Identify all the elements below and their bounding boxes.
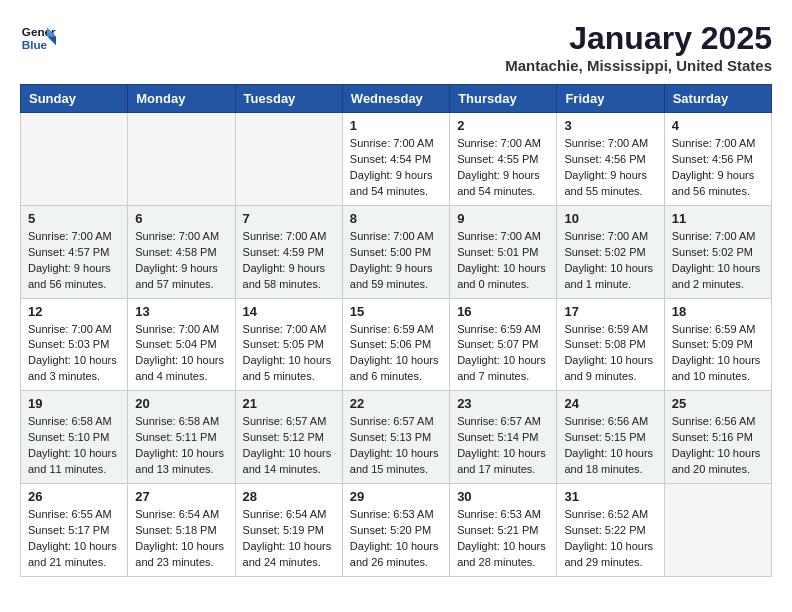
day-number: 10 (564, 211, 656, 226)
empty-cell (128, 113, 235, 206)
day-info: Sunrise: 6:56 AMSunset: 5:16 PMDaylight:… (672, 414, 764, 478)
day-number: 31 (564, 489, 656, 504)
day-cell-14: 14Sunrise: 7:00 AMSunset: 5:05 PMDayligh… (235, 298, 342, 391)
day-number: 11 (672, 211, 764, 226)
day-number: 20 (135, 396, 227, 411)
weekday-header-sunday: Sunday (21, 85, 128, 113)
day-info: Sunrise: 7:00 AMSunset: 4:59 PMDaylight:… (243, 229, 335, 293)
day-number: 7 (243, 211, 335, 226)
day-info: Sunrise: 7:00 AMSunset: 5:00 PMDaylight:… (350, 229, 442, 293)
day-info: Sunrise: 7:00 AMSunset: 4:58 PMDaylight:… (135, 229, 227, 293)
day-number: 24 (564, 396, 656, 411)
day-cell-31: 31Sunrise: 6:52 AMSunset: 5:22 PMDayligh… (557, 484, 664, 577)
day-number: 9 (457, 211, 549, 226)
day-info: Sunrise: 6:52 AMSunset: 5:22 PMDaylight:… (564, 507, 656, 571)
day-cell-17: 17Sunrise: 6:59 AMSunset: 5:08 PMDayligh… (557, 298, 664, 391)
weekday-header-wednesday: Wednesday (342, 85, 449, 113)
day-number: 16 (457, 304, 549, 319)
calendar-table: SundayMondayTuesdayWednesdayThursdayFrid… (20, 84, 772, 577)
page-header: General Blue January 2025 Mantachie, Mis… (20, 20, 772, 74)
day-number: 6 (135, 211, 227, 226)
day-cell-4: 4Sunrise: 7:00 AMSunset: 4:56 PMDaylight… (664, 113, 771, 206)
week-row-1: 1Sunrise: 7:00 AMSunset: 4:54 PMDaylight… (21, 113, 772, 206)
day-cell-7: 7Sunrise: 7:00 AMSunset: 4:59 PMDaylight… (235, 205, 342, 298)
day-info: Sunrise: 6:53 AMSunset: 5:21 PMDaylight:… (457, 507, 549, 571)
day-cell-23: 23Sunrise: 6:57 AMSunset: 5:14 PMDayligh… (450, 391, 557, 484)
day-info: Sunrise: 7:00 AMSunset: 4:56 PMDaylight:… (564, 136, 656, 200)
day-info: Sunrise: 7:00 AMSunset: 5:02 PMDaylight:… (672, 229, 764, 293)
day-cell-18: 18Sunrise: 6:59 AMSunset: 5:09 PMDayligh… (664, 298, 771, 391)
svg-text:Blue: Blue (22, 38, 48, 51)
day-number: 30 (457, 489, 549, 504)
empty-cell (235, 113, 342, 206)
day-cell-15: 15Sunrise: 6:59 AMSunset: 5:06 PMDayligh… (342, 298, 449, 391)
day-info: Sunrise: 6:59 AMSunset: 5:08 PMDaylight:… (564, 322, 656, 386)
day-info: Sunrise: 7:00 AMSunset: 5:03 PMDaylight:… (28, 322, 120, 386)
day-info: Sunrise: 6:57 AMSunset: 5:12 PMDaylight:… (243, 414, 335, 478)
day-cell-27: 27Sunrise: 6:54 AMSunset: 5:18 PMDayligh… (128, 484, 235, 577)
day-cell-11: 11Sunrise: 7:00 AMSunset: 5:02 PMDayligh… (664, 205, 771, 298)
day-number: 15 (350, 304, 442, 319)
day-info: Sunrise: 6:59 AMSunset: 5:09 PMDaylight:… (672, 322, 764, 386)
empty-cell (21, 113, 128, 206)
day-number: 21 (243, 396, 335, 411)
day-info: Sunrise: 7:00 AMSunset: 5:04 PMDaylight:… (135, 322, 227, 386)
day-info: Sunrise: 7:00 AMSunset: 5:05 PMDaylight:… (243, 322, 335, 386)
day-info: Sunrise: 6:54 AMSunset: 5:19 PMDaylight:… (243, 507, 335, 571)
day-cell-3: 3Sunrise: 7:00 AMSunset: 4:56 PMDaylight… (557, 113, 664, 206)
week-row-3: 12Sunrise: 7:00 AMSunset: 5:03 PMDayligh… (21, 298, 772, 391)
day-number: 19 (28, 396, 120, 411)
day-cell-26: 26Sunrise: 6:55 AMSunset: 5:17 PMDayligh… (21, 484, 128, 577)
day-cell-29: 29Sunrise: 6:53 AMSunset: 5:20 PMDayligh… (342, 484, 449, 577)
logo-icon: General Blue (20, 20, 56, 56)
day-cell-9: 9Sunrise: 7:00 AMSunset: 5:01 PMDaylight… (450, 205, 557, 298)
week-row-2: 5Sunrise: 7:00 AMSunset: 4:57 PMDaylight… (21, 205, 772, 298)
day-number: 22 (350, 396, 442, 411)
day-cell-19: 19Sunrise: 6:58 AMSunset: 5:10 PMDayligh… (21, 391, 128, 484)
day-number: 17 (564, 304, 656, 319)
day-number: 25 (672, 396, 764, 411)
day-info: Sunrise: 7:00 AMSunset: 4:54 PMDaylight:… (350, 136, 442, 200)
day-info: Sunrise: 7:00 AMSunset: 5:02 PMDaylight:… (564, 229, 656, 293)
day-cell-2: 2Sunrise: 7:00 AMSunset: 4:55 PMDaylight… (450, 113, 557, 206)
day-cell-6: 6Sunrise: 7:00 AMSunset: 4:58 PMDaylight… (128, 205, 235, 298)
day-cell-16: 16Sunrise: 6:59 AMSunset: 5:07 PMDayligh… (450, 298, 557, 391)
day-number: 1 (350, 118, 442, 133)
day-info: Sunrise: 6:55 AMSunset: 5:17 PMDaylight:… (28, 507, 120, 571)
day-number: 14 (243, 304, 335, 319)
weekday-header-saturday: Saturday (664, 85, 771, 113)
day-number: 27 (135, 489, 227, 504)
day-number: 5 (28, 211, 120, 226)
calendar-title: January 2025 (505, 20, 772, 57)
day-cell-1: 1Sunrise: 7:00 AMSunset: 4:54 PMDaylight… (342, 113, 449, 206)
weekday-header-thursday: Thursday (450, 85, 557, 113)
day-info: Sunrise: 6:59 AMSunset: 5:07 PMDaylight:… (457, 322, 549, 386)
day-cell-21: 21Sunrise: 6:57 AMSunset: 5:12 PMDayligh… (235, 391, 342, 484)
day-number: 29 (350, 489, 442, 504)
weekday-header-row: SundayMondayTuesdayWednesdayThursdayFrid… (21, 85, 772, 113)
day-cell-13: 13Sunrise: 7:00 AMSunset: 5:04 PMDayligh… (128, 298, 235, 391)
day-cell-24: 24Sunrise: 6:56 AMSunset: 5:15 PMDayligh… (557, 391, 664, 484)
title-section: January 2025 Mantachie, Mississippi, Uni… (505, 20, 772, 74)
day-cell-12: 12Sunrise: 7:00 AMSunset: 5:03 PMDayligh… (21, 298, 128, 391)
day-number: 28 (243, 489, 335, 504)
day-info: Sunrise: 6:58 AMSunset: 5:10 PMDaylight:… (28, 414, 120, 478)
day-info: Sunrise: 6:56 AMSunset: 5:15 PMDaylight:… (564, 414, 656, 478)
day-cell-5: 5Sunrise: 7:00 AMSunset: 4:57 PMDaylight… (21, 205, 128, 298)
day-cell-20: 20Sunrise: 6:58 AMSunset: 5:11 PMDayligh… (128, 391, 235, 484)
day-number: 4 (672, 118, 764, 133)
day-cell-28: 28Sunrise: 6:54 AMSunset: 5:19 PMDayligh… (235, 484, 342, 577)
day-cell-10: 10Sunrise: 7:00 AMSunset: 5:02 PMDayligh… (557, 205, 664, 298)
day-number: 3 (564, 118, 656, 133)
week-row-5: 26Sunrise: 6:55 AMSunset: 5:17 PMDayligh… (21, 484, 772, 577)
day-info: Sunrise: 7:00 AMSunset: 4:56 PMDaylight:… (672, 136, 764, 200)
weekday-header-monday: Monday (128, 85, 235, 113)
day-cell-30: 30Sunrise: 6:53 AMSunset: 5:21 PMDayligh… (450, 484, 557, 577)
day-number: 8 (350, 211, 442, 226)
day-number: 23 (457, 396, 549, 411)
day-info: Sunrise: 6:57 AMSunset: 5:14 PMDaylight:… (457, 414, 549, 478)
calendar-subtitle: Mantachie, Mississippi, United States (505, 57, 772, 74)
day-cell-22: 22Sunrise: 6:57 AMSunset: 5:13 PMDayligh… (342, 391, 449, 484)
day-info: Sunrise: 6:54 AMSunset: 5:18 PMDaylight:… (135, 507, 227, 571)
week-row-4: 19Sunrise: 6:58 AMSunset: 5:10 PMDayligh… (21, 391, 772, 484)
